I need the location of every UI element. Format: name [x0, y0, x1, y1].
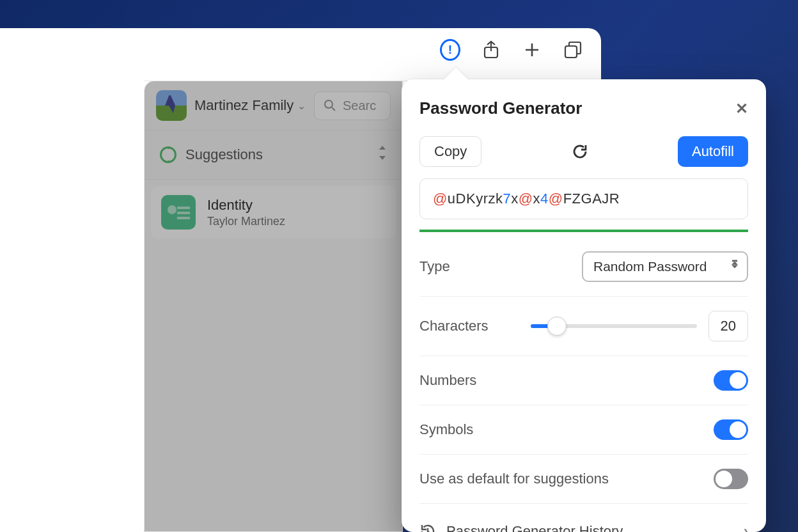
- strength-bar: [419, 230, 748, 232]
- characters-value[interactable]: 20: [708, 311, 748, 341]
- autofill-mini-panel: Martinez Family ⌄ Searc Suggestions Iden…: [144, 81, 403, 532]
- share-icon[interactable]: [481, 40, 501, 60]
- regenerate-button[interactable]: [568, 140, 591, 163]
- history-button[interactable]: Password Generator History ›: [419, 504, 748, 532]
- symbols-toggle[interactable]: [714, 419, 748, 440]
- symbols-label: Symbols: [419, 421, 473, 438]
- generated-password[interactable]: @uDKyrzk7x@x4@FZGAJR: [419, 178, 748, 219]
- copy-button[interactable]: Copy: [419, 136, 481, 167]
- default-toggle[interactable]: [714, 469, 748, 489]
- page-panel: [0, 121, 144, 532]
- default-label: Use as default for suggestions: [419, 471, 609, 487]
- characters-label: Characters: [419, 318, 489, 334]
- extension-1password-icon[interactable]: !: [440, 40, 460, 60]
- history-icon: [419, 523, 436, 532]
- numbers-label: Numbers: [419, 372, 476, 389]
- chevron-right-icon: ›: [744, 523, 748, 532]
- popup-title: Password Generator: [419, 98, 582, 118]
- history-label: Password Generator History: [446, 523, 623, 532]
- tabs-overview-icon[interactable]: [563, 40, 583, 60]
- type-select[interactable]: Random Password: [582, 251, 748, 282]
- type-value: Random Password: [593, 259, 707, 274]
- slider-thumb[interactable]: [547, 317, 567, 336]
- refresh-icon: [572, 143, 588, 160]
- password-generator-popup: Password Generator ✕ Copy Autofill @uDKy…: [402, 79, 766, 532]
- type-label: Type: [419, 258, 450, 275]
- close-button[interactable]: ✕: [735, 100, 748, 118]
- plus-icon[interactable]: [522, 40, 542, 60]
- autofill-button[interactable]: Autofill: [678, 136, 748, 167]
- dim-overlay: [145, 81, 402, 531]
- svg-rect-1: [565, 46, 577, 58]
- numbers-toggle[interactable]: [714, 370, 748, 391]
- characters-slider[interactable]: [531, 324, 697, 328]
